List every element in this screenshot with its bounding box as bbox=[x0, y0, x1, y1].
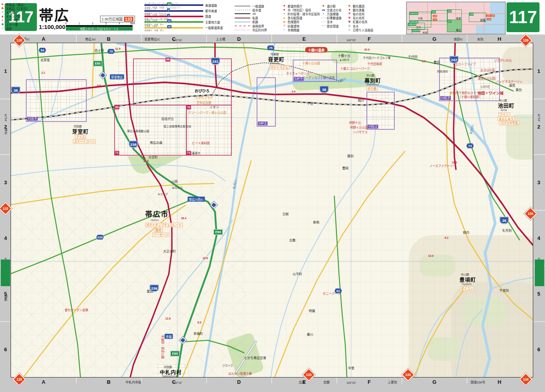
route-badge-E60: E60 bbox=[93, 61, 102, 66]
legend-glyph: ■ bbox=[321, 4, 326, 8]
edge-helper: 音更帯広IC bbox=[144, 37, 160, 41]
legend-sight-row: ■観光農園 bbox=[347, 4, 374, 8]
grid-letter-A: A bbox=[42, 36, 45, 42]
map-label: 明野ヶ丘公園 bbox=[350, 125, 368, 129]
map-label: まきばの家 bbox=[480, 68, 495, 72]
longitude-label: 143°10′ bbox=[173, 381, 182, 384]
specialty-badge: ポテトチップチョコレート bbox=[145, 223, 183, 227]
route-badge-十勝川温泉: 十勝川温泉 bbox=[305, 47, 328, 53]
map-label: おびひろ bbox=[194, 88, 210, 93]
map-label: はなむら bbox=[172, 185, 183, 189]
edge-helper: 清水 bbox=[4, 128, 8, 134]
route-badge-芽室帯広: 芽室帯広 bbox=[110, 74, 124, 80]
legend-sight-row: ✱桜の名所 bbox=[347, 12, 374, 16]
map-label: シバザクラ bbox=[353, 130, 367, 134]
map-canvas[interactable]: 686970717271左下13P下13P上73左上73右下河西郡芽室町帯広市O… bbox=[11, 43, 533, 377]
grid-number-4: 4 bbox=[4, 235, 7, 241]
specialty-badge: ソーセージ bbox=[152, 233, 169, 237]
specialty-badge: パパラギ牛乳 bbox=[499, 121, 519, 125]
road-swatch-国道: 多車線 2車線 交差点名快適 狭い（スレ違い困難）1 bbox=[144, 16, 203, 17]
line-swatch-振興局界 bbox=[235, 25, 250, 26]
map-label: 明野ケ丘 bbox=[349, 120, 361, 125]
grid-tick bbox=[76, 34, 77, 43]
grid-number-3: 3 bbox=[537, 180, 540, 185]
grid-tick bbox=[402, 34, 402, 43]
grid-tick bbox=[141, 34, 142, 43]
map-label: 北芽室 bbox=[40, 58, 50, 62]
line-swatch-一般道路 bbox=[235, 5, 250, 7]
legend-point-symbols: ●都道府県庁●市（特別区）役所•町村役場・政令市区役所▲急勾配国道◆危険箇所☀好… bbox=[282, 4, 320, 32]
legend-glyph: ♨ bbox=[0, 26, 5, 30]
route-badge-54: 54 bbox=[39, 48, 46, 53]
index-page-number: 102 bbox=[432, 11, 436, 13]
specialty-badge: アイス bbox=[75, 135, 86, 139]
map-label: 日新 bbox=[283, 212, 289, 216]
route-badge-242: 242 bbox=[450, 56, 459, 63]
map-label: 池田町 bbox=[498, 102, 514, 109]
map-label: 16.4 bbox=[181, 217, 186, 220]
map-label: 自由が丘 bbox=[161, 116, 174, 121]
map-label: 豊岡 bbox=[342, 166, 348, 170]
map-label: 利別本町 bbox=[437, 69, 448, 73]
grid-number-4: 4 bbox=[537, 235, 540, 241]
specialty-badge: 豚丼 bbox=[155, 228, 163, 232]
map-label: 幸福駅・鉄道公園 bbox=[161, 335, 165, 359]
map-label: 豊田 bbox=[434, 60, 440, 64]
map-label: 相川 bbox=[358, 98, 364, 102]
map-label: 13.0 bbox=[428, 254, 434, 257]
route-badge-236: 236 bbox=[150, 285, 159, 292]
road-annotation: 路線番号 快適 狭い bbox=[144, 29, 203, 31]
grid-number-1: 1 bbox=[4, 68, 7, 74]
legend-glyph: ● bbox=[0, 18, 5, 22]
map-label: 十勝エコロジーパーク bbox=[341, 66, 370, 71]
map-label: 百年記念館 bbox=[197, 100, 211, 105]
map-label: フクハラ bbox=[222, 363, 233, 367]
road-number-sample: 10 bbox=[167, 19, 171, 22]
grid-tick bbox=[206, 34, 207, 43]
legend-feature-row: ■道の駅 bbox=[321, 4, 342, 8]
map-label: 8.9 bbox=[197, 321, 201, 324]
page-link-number: 134 bbox=[523, 377, 529, 381]
side-tab-green bbox=[535, 260, 544, 286]
specialty-badge: ゆり根 bbox=[366, 87, 378, 91]
map-label: 西士狩 bbox=[95, 48, 104, 53]
city-inset-tag-70: 70 bbox=[186, 105, 191, 109]
legend-label: 徒歩道 bbox=[252, 8, 261, 12]
legend-facility-row: ♨温泉 bbox=[0, 26, 29, 30]
page-inset-tag: 73右下 bbox=[440, 96, 451, 100]
route-badge-210: 210 bbox=[97, 235, 104, 240]
map-label: 美川 bbox=[307, 332, 313, 336]
legend-label: 冬期閉鎖 bbox=[288, 28, 299, 32]
grid-tick bbox=[272, 34, 272, 43]
map-label: 礼作別 bbox=[502, 228, 512, 232]
legend-sight-row: ✱花の名所 bbox=[347, 16, 374, 20]
index-page-number: 113/114 bbox=[412, 29, 420, 32]
page-link-number: 128 bbox=[16, 38, 22, 42]
line-swatch-航路 bbox=[235, 22, 250, 22]
legend-glyph: ■ bbox=[347, 4, 352, 8]
grid-letter-G: G bbox=[432, 36, 436, 42]
map-label: 2.1 bbox=[41, 71, 45, 74]
map-label: 十勝ヶ丘 bbox=[338, 53, 350, 58]
map-label: Ikeda bbox=[501, 109, 507, 111]
legend-line-row: 一般道路 bbox=[235, 4, 267, 8]
page-link-number: 129 bbox=[523, 38, 529, 42]
side-tab-green bbox=[1, 260, 10, 286]
road-number-sample: E5 bbox=[167, 2, 171, 5]
grid-tick bbox=[0, 99, 11, 99]
route-badge-75: 75 bbox=[108, 49, 115, 54]
map-label: 東台 bbox=[516, 87, 522, 92]
map-label: とかち帯広空港 bbox=[244, 356, 266, 360]
legend-facility-row: ◆スキー場 bbox=[0, 22, 29, 26]
grid-number-3: 3 bbox=[4, 180, 7, 185]
legend-line-row: 徒歩道 bbox=[235, 8, 267, 12]
route-badge-38: 38 bbox=[11, 87, 20, 94]
index-place-label: 夕張 bbox=[418, 16, 423, 20]
grid-tick bbox=[76, 377, 77, 383]
legend-glyph: ☀ bbox=[282, 24, 287, 28]
header: 117 帯広 1:100,000 1:30万広域図 133 012345km 地… bbox=[0, 0, 545, 34]
route-badge-38: 38 bbox=[500, 217, 509, 224]
grid-number-6: 6 bbox=[537, 347, 540, 352]
legend-facility-row: ▲キャンプ場 bbox=[0, 15, 29, 18]
map-label: グリーンパーク・緑ヶ丘公園 bbox=[188, 110, 226, 114]
